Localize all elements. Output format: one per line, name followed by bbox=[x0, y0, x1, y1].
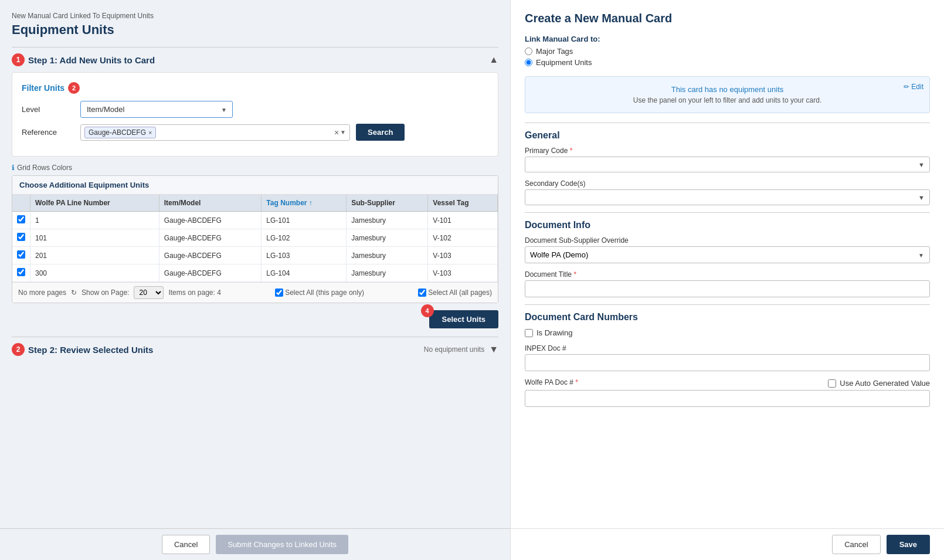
page-title: Equipment Units bbox=[12, 22, 498, 38]
left-cancel-button[interactable]: Cancel bbox=[162, 535, 210, 554]
breadcrumb: New Manual Card Linked To Equipment Unit… bbox=[12, 12, 498, 20]
step1-title: Step 1: Add New Units to Card bbox=[28, 55, 155, 65]
major-tags-label: Major Tags bbox=[536, 47, 573, 56]
step2-title: Step 2: Review Selected Units bbox=[28, 345, 153, 355]
level-select[interactable]: Item/Model Tag Number Sub-Supplier Vesse… bbox=[80, 101, 233, 118]
step2-collapse-button[interactable]: ▼ bbox=[489, 344, 498, 355]
row-wolfe: 101 bbox=[30, 229, 159, 247]
col-tag[interactable]: Tag Number ↑ bbox=[262, 195, 347, 212]
use-auto-generated-text: Use Auto Generated Value bbox=[840, 379, 930, 388]
doc-title-input[interactable] bbox=[525, 280, 930, 297]
level-label: Level bbox=[22, 105, 80, 114]
submit-button: Submit Changes to Linked Units bbox=[216, 535, 348, 554]
grid-info-icon: ℹ bbox=[12, 164, 15, 172]
select-all-pages-label: Select All (all pages) bbox=[428, 289, 492, 297]
primary-code-arrow-icon: ▼ bbox=[918, 161, 925, 168]
right-bottom-bar: Cancel Save bbox=[511, 528, 944, 560]
reference-input[interactable] bbox=[158, 128, 332, 137]
reference-dropdown-button[interactable]: ▼ bbox=[340, 129, 346, 135]
inpex-doc-label: INPEX Doc # bbox=[525, 344, 930, 352]
primary-code-select-wrapper: ▼ bbox=[525, 157, 930, 172]
items-on-page: Items on page: 4 bbox=[168, 289, 220, 297]
info-card-sub: Use the panel on your left to filter and… bbox=[534, 96, 921, 104]
step2-no-units: No equipment units bbox=[424, 345, 484, 354]
edit-link[interactable]: ✏ Edit bbox=[904, 83, 923, 91]
primary-code-label: Primary Code * bbox=[525, 147, 930, 155]
row-checkbox[interactable] bbox=[17, 250, 25, 259]
right-cancel-button[interactable]: Cancel bbox=[832, 535, 880, 554]
use-auto-generated-checkbox[interactable] bbox=[828, 379, 836, 388]
select-all-this-page-label: Select All (this page only) bbox=[285, 289, 364, 297]
secondary-codes-input[interactable] bbox=[530, 193, 918, 202]
is-drawing-checkbox[interactable] bbox=[525, 329, 533, 337]
row-checkbox[interactable] bbox=[17, 268, 25, 276]
col-vessel: Vessel Tag bbox=[428, 195, 498, 212]
doc-sub-supplier-label: Document Sub-Supplier Override bbox=[525, 236, 930, 245]
select-all-pages-checkbox[interactable] bbox=[418, 289, 426, 297]
row-checkbox-cell bbox=[12, 212, 30, 229]
row-checkbox[interactable] bbox=[17, 233, 25, 241]
step4-badge: 4 bbox=[421, 304, 434, 317]
table-row: 300 Gauge-ABCDEFG LG-104 Jamesbury V-103 bbox=[12, 264, 498, 282]
save-button[interactable]: Save bbox=[887, 535, 930, 554]
step1-collapse-button[interactable]: ▲ bbox=[489, 55, 498, 65]
wolfe-doc-input[interactable] bbox=[525, 390, 930, 407]
doc-sub-supplier-select[interactable]: Wolfe PA (Demo) Other bbox=[525, 246, 930, 263]
is-drawing-text: Is Drawing bbox=[536, 328, 572, 337]
col-supplier: Sub-Supplier bbox=[347, 195, 428, 212]
show-on-page-select[interactable]: 10 20 50 100 bbox=[134, 286, 164, 299]
row-tag: LG-104 bbox=[262, 264, 347, 282]
secondary-codes-arrow-icon: ▼ bbox=[918, 194, 925, 201]
link-label: Link Manual Card to: bbox=[525, 35, 930, 43]
primary-code-input[interactable] bbox=[530, 160, 918, 169]
table-row: 201 Gauge-ABCDEFG LG-103 Jamesbury V-103 bbox=[12, 247, 498, 264]
equipment-units-label: Equipment Units bbox=[536, 58, 592, 67]
radio-equipment-units[interactable] bbox=[525, 59, 532, 66]
reference-tag-chip: Gauge-ABCDEFG × bbox=[84, 127, 156, 138]
row-model: Gauge-ABCDEFG bbox=[159, 264, 262, 282]
step1-badge: 1 bbox=[12, 53, 25, 66]
left-bottom-bar: Cancel Submit Changes to Linked Units bbox=[0, 528, 510, 560]
table-row: 1 Gauge-ABCDEFG LG-101 Jamesbury V-101 bbox=[12, 212, 498, 229]
row-model: Gauge-ABCDEFG bbox=[159, 247, 262, 264]
tag-chip-remove[interactable]: × bbox=[148, 129, 152, 136]
row-vessel: V-101 bbox=[428, 212, 498, 229]
doc-title-label: Document Title * bbox=[525, 270, 930, 279]
info-card-text: This card has no equipment units bbox=[534, 85, 921, 94]
primary-code-required: * bbox=[570, 147, 573, 155]
row-model: Gauge-ABCDEFG bbox=[159, 229, 262, 247]
use-auto-generated-label[interactable]: Use Auto Generated Value bbox=[828, 379, 930, 388]
filter-badge: 2 bbox=[68, 82, 80, 94]
refresh-icon[interactable]: ↻ bbox=[71, 289, 77, 297]
search-button[interactable]: Search bbox=[356, 124, 405, 141]
table-row: 101 Gauge-ABCDEFG LG-102 Jamesbury V-102 bbox=[12, 229, 498, 247]
pagination-bar: No more pages ↻ Show on Page: 10 20 50 1… bbox=[12, 282, 498, 303]
row-tag: LG-102 bbox=[262, 229, 347, 247]
select-units-button[interactable]: 4 Select Units bbox=[429, 310, 498, 328]
row-checkbox[interactable] bbox=[17, 215, 25, 223]
row-checkbox-cell bbox=[12, 247, 30, 264]
col-model: Item/Model bbox=[159, 195, 262, 212]
secondary-codes-select-wrapper: ▼ bbox=[525, 189, 930, 205]
row-checkbox-cell bbox=[12, 229, 30, 247]
row-vessel: V-102 bbox=[428, 229, 498, 247]
row-supplier: Jamesbury bbox=[347, 264, 428, 282]
row-model: Gauge-ABCDEFG bbox=[159, 212, 262, 229]
wolfe-doc-label: Wolfe PA Doc # * bbox=[525, 378, 578, 386]
reference-clear-button[interactable]: × bbox=[334, 128, 339, 137]
general-section-title: General bbox=[525, 123, 930, 141]
doc-sub-supplier-wrapper: Wolfe PA (Demo) Other bbox=[525, 246, 930, 263]
row-wolfe: 201 bbox=[30, 247, 159, 264]
row-supplier: Jamesbury bbox=[347, 247, 428, 264]
radio-major-tags[interactable] bbox=[525, 47, 532, 55]
row-wolfe: 1 bbox=[30, 212, 159, 229]
is-drawing-label[interactable]: Is Drawing bbox=[525, 328, 930, 337]
row-wolfe: 300 bbox=[30, 264, 159, 282]
show-on-page-label: Show on Page: bbox=[82, 289, 129, 297]
row-vessel: V-103 bbox=[428, 247, 498, 264]
inpex-doc-input[interactable] bbox=[525, 354, 930, 371]
row-supplier: Jamesbury bbox=[347, 212, 428, 229]
reference-input-wrapper: Gauge-ABCDEFG × × ▼ bbox=[80, 124, 350, 141]
row-supplier: Jamesbury bbox=[347, 229, 428, 247]
select-all-this-page-checkbox[interactable] bbox=[275, 289, 283, 297]
